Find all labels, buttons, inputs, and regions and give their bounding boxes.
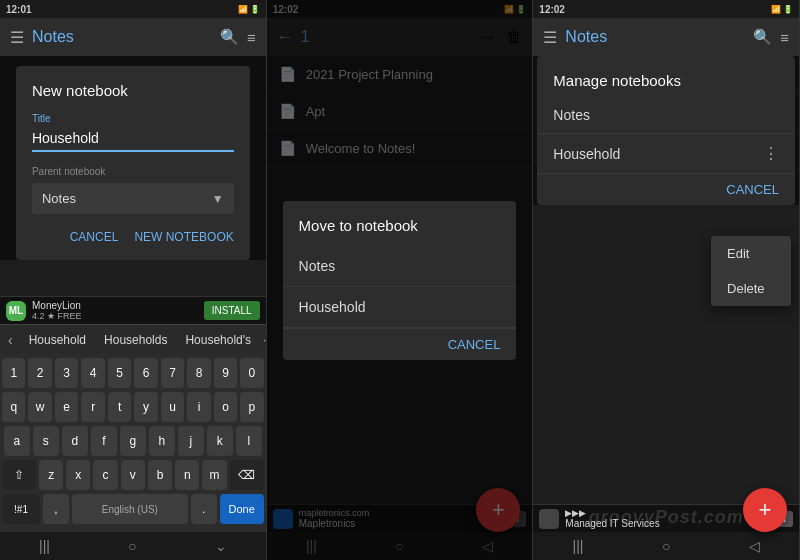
- fab-3[interactable]: +: [743, 488, 787, 532]
- move-dialog-box: Move to notebook Notes Household CANCEL: [283, 201, 517, 360]
- menu-icon-3[interactable]: ☰: [543, 28, 557, 47]
- new-notebook-dialog: New notebook Title Parent notebook Notes…: [16, 66, 250, 260]
- key-shift[interactable]: ⇧: [2, 460, 36, 490]
- nav-menu-icon-3[interactable]: |||: [573, 538, 584, 554]
- suggestion-3[interactable]: Household's: [179, 333, 257, 347]
- delete-menu-item[interactable]: Delete: [711, 271, 791, 306]
- key-0[interactable]: 0: [240, 358, 263, 388]
- key-i[interactable]: i: [187, 392, 210, 422]
- key-d[interactable]: d: [62, 426, 88, 456]
- key-n[interactable]: n: [175, 460, 199, 490]
- keyboard: 1 2 3 4 5 6 7 8 9 0 q w e r t y u i o p …: [0, 354, 266, 532]
- key-6[interactable]: 6: [134, 358, 157, 388]
- status-icons-1: 📶 🔋: [238, 5, 260, 14]
- parent-notebook-value: Notes: [42, 191, 76, 206]
- key-g[interactable]: g: [120, 426, 146, 456]
- key-x[interactable]: x: [66, 460, 90, 490]
- household-options-icon[interactable]: ⋮: [763, 144, 779, 163]
- key-k[interactable]: k: [207, 426, 233, 456]
- key-7[interactable]: 7: [161, 358, 184, 388]
- notebook-name-input[interactable]: [32, 128, 234, 152]
- key-symbol[interactable]: !#1: [2, 494, 40, 524]
- key-a[interactable]: a: [4, 426, 30, 456]
- manage-dialog-box: Manage notebooks Notes Household ⋮ CANCE…: [537, 56, 795, 205]
- key-5[interactable]: 5: [108, 358, 131, 388]
- key-c[interactable]: c: [93, 460, 117, 490]
- nav-menu-icon-1[interactable]: |||: [39, 538, 50, 554]
- panel-1: 12:01 📶 🔋 ☰ Notes 🔍 ≡ New notebook Title…: [0, 0, 267, 560]
- key-y[interactable]: y: [134, 392, 157, 422]
- key-backspace[interactable]: ⌫: [230, 460, 264, 490]
- key-j[interactable]: j: [178, 426, 204, 456]
- cancel-button[interactable]: CANCEL: [70, 230, 119, 244]
- parent-notebook-select[interactable]: Notes ▼: [32, 183, 234, 214]
- key-q[interactable]: q: [2, 392, 25, 422]
- nav-back-icon-1[interactable]: ⌄: [215, 538, 227, 554]
- key-m[interactable]: m: [202, 460, 226, 490]
- nav-home-icon-1[interactable]: ○: [128, 538, 136, 554]
- key-s[interactable]: s: [33, 426, 59, 456]
- move-dialog-actions: CANCEL: [283, 328, 517, 360]
- new-notebook-button[interactable]: NEW NOTEBOOK: [134, 230, 233, 244]
- key-p[interactable]: p: [240, 392, 263, 422]
- key-u[interactable]: u: [161, 392, 184, 422]
- key-o[interactable]: o: [214, 392, 237, 422]
- key-z[interactable]: z: [39, 460, 63, 490]
- key-f[interactable]: f: [91, 426, 117, 456]
- filter-icon-1[interactable]: ≡: [247, 29, 256, 46]
- bottom-nav-1: ||| ○ ⌄: [0, 532, 266, 560]
- key-space[interactable]: English (US): [72, 494, 188, 524]
- key-e[interactable]: e: [55, 392, 78, 422]
- app-title-3: Notes: [565, 28, 745, 46]
- app-title-1: Notes: [32, 28, 212, 46]
- key-done[interactable]: Done: [220, 494, 264, 524]
- suggestion-1[interactable]: Household: [23, 333, 92, 347]
- key-comma[interactable]: ,: [43, 494, 69, 524]
- app-header-3: ☰ Notes 🔍 ≡: [533, 18, 799, 56]
- key-l[interactable]: l: [236, 426, 262, 456]
- key-b[interactable]: b: [148, 460, 172, 490]
- key-9[interactable]: 9: [214, 358, 237, 388]
- key-w[interactable]: w: [28, 392, 51, 422]
- manage-cancel-button[interactable]: CANCEL: [726, 182, 779, 197]
- signal-icon-3: 📶: [771, 5, 781, 14]
- key-period[interactable]: .: [191, 494, 217, 524]
- key-8[interactable]: 8: [187, 358, 210, 388]
- signal-icon-1: 📶: [238, 5, 248, 14]
- key-3[interactable]: 3: [55, 358, 78, 388]
- install-button-1[interactable]: INSTALL: [204, 301, 260, 320]
- move-option-household[interactable]: Household: [283, 287, 517, 328]
- ad-text-3: ▶▶▶ Managed IT Services: [565, 508, 747, 529]
- ad-text-1: MoneyLion 4.2 ★ FREE: [32, 300, 198, 321]
- manage-dialog-title: Manage notebooks: [537, 72, 795, 97]
- kbd-row-numbers: 1 2 3 4 5 6 7 8 9 0: [2, 358, 264, 388]
- filter-icon-3[interactable]: ≡: [780, 29, 789, 46]
- key-h[interactable]: h: [149, 426, 175, 456]
- nav-home-icon-3[interactable]: ○: [662, 538, 670, 554]
- kbd-row-bottom: !#1 , English (US) . Done: [2, 494, 264, 524]
- key-t[interactable]: t: [108, 392, 131, 422]
- kbd-row-a: a s d f g h j k l: [2, 426, 264, 456]
- nav-back-icon-3[interactable]: ◁: [749, 538, 760, 554]
- key-1[interactable]: 1: [2, 358, 25, 388]
- key-4[interactable]: 4: [81, 358, 104, 388]
- kbd-back-icon[interactable]: ‹: [8, 332, 13, 348]
- key-v[interactable]: v: [121, 460, 145, 490]
- search-icon-3[interactable]: 🔍: [753, 28, 772, 46]
- edit-menu-item[interactable]: Edit: [711, 236, 791, 271]
- move-option-notes[interactable]: Notes: [283, 246, 517, 287]
- move-cancel-button[interactable]: CANCEL: [448, 337, 501, 352]
- dropdown-arrow-icon: ▼: [212, 192, 224, 206]
- menu-icon-1[interactable]: ☰: [10, 28, 24, 47]
- key-r[interactable]: r: [81, 392, 104, 422]
- search-icon-1[interactable]: 🔍: [220, 28, 239, 46]
- ad-rating-1: 4.2 ★ FREE: [32, 311, 198, 321]
- key-2[interactable]: 2: [28, 358, 51, 388]
- ad-icon-1: ML: [6, 301, 26, 321]
- ad-url-3: ▶▶▶: [565, 508, 747, 518]
- dialog-actions: CANCEL NEW NOTEBOOK: [32, 230, 234, 244]
- status-icons-3: 📶 🔋: [771, 5, 793, 14]
- title-label: Title: [32, 113, 234, 124]
- suggestion-2[interactable]: Households: [98, 333, 173, 347]
- panel-3: 12:02 📶 🔋 ☰ Notes 🔍 ≡ 📄 2021 Project Pla…: [533, 0, 800, 560]
